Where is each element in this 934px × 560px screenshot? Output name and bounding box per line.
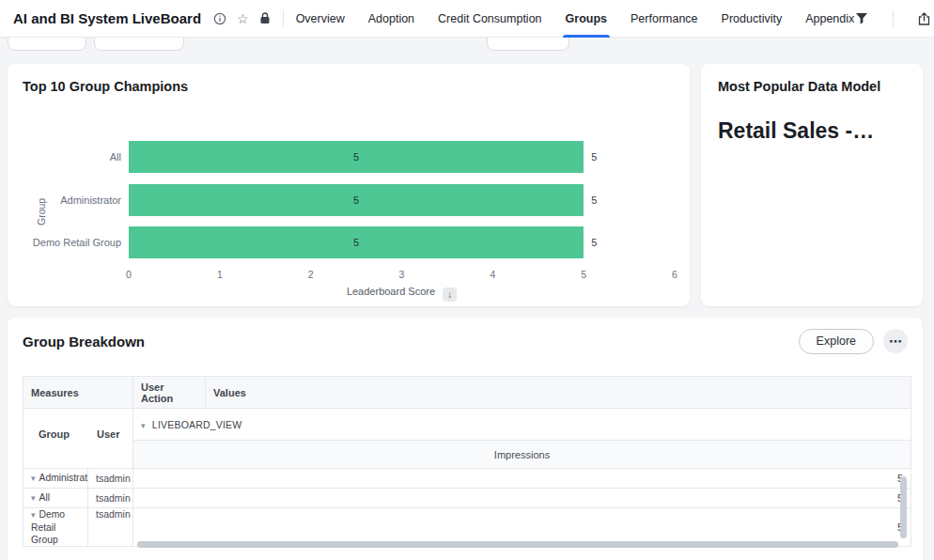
tab-overview[interactable]: Overview	[296, 0, 345, 38]
header-actions: ⋯	[854, 7, 934, 31]
group-column-header: Group	[39, 428, 97, 440]
user-column-header: User	[97, 428, 119, 440]
category-label: Administrator	[8, 184, 121, 216]
bar-end-value: 5	[591, 141, 597, 173]
tab-credit-consumption[interactable]: Credit Consumption	[438, 0, 541, 38]
data-model-name[interactable]: Retail Sales -…	[718, 118, 911, 144]
horizontal-scrollbar-thumb[interactable]	[137, 541, 898, 548]
group-cell[interactable]: ▾Administrator	[23, 469, 88, 489]
bar-row: 5 5	[129, 141, 675, 173]
lock-icon	[259, 12, 271, 24]
card-header: Group Breakdown Explore ⋯	[23, 327, 908, 355]
bar-administrator[interactable]: 5	[129, 184, 584, 216]
bar-value-label: 5	[353, 194, 359, 206]
user-cell: tsadmin	[88, 469, 133, 489]
x-tick-label: 4	[490, 269, 495, 280]
bar-row: 5 5	[129, 226, 675, 258]
collapse-caret-icon[interactable]: ▾	[31, 474, 36, 483]
category-label: All	[8, 141, 121, 173]
row-headers-cell: Group User	[23, 409, 133, 469]
share-icon[interactable]	[917, 11, 931, 26]
card-title: Group Breakdown	[23, 334, 145, 350]
collapse-caret-icon[interactable]: ▾	[141, 421, 146, 430]
measures-header: Measures	[23, 377, 133, 409]
tab-performance[interactable]: Performance	[630, 0, 698, 38]
x-tick-label: 2	[308, 269, 314, 280]
user-action-group-cell[interactable]: ▾ LIVEBOARD_VIEW	[133, 409, 911, 441]
bar-demo-retail-group[interactable]: 5	[129, 226, 584, 258]
value-cell: 5	[133, 469, 911, 489]
tab-groups[interactable]: Groups	[566, 0, 607, 38]
values-header: Values	[206, 377, 911, 409]
group-cell[interactable]: ▾All	[23, 489, 88, 508]
header-divider	[893, 10, 894, 27]
filter-icon[interactable]	[854, 11, 869, 25]
user-action-value: LIVEBOARD_VIEW	[152, 419, 242, 430]
title-actions: ☆	[213, 12, 271, 25]
group-breakdown-card: Group Breakdown Explore ⋯ Measures User …	[8, 318, 923, 560]
tab-productivity[interactable]: Productivity	[722, 0, 783, 38]
collapse-caret-icon[interactable]: ▾	[31, 510, 36, 520]
bar-end-value: 5	[591, 184, 597, 216]
pivot-action-row: Group User ▾ LIVEBOARD_VIEW	[23, 409, 911, 441]
user-cell: tsadmin	[88, 489, 133, 508]
category-label: Demo Retail Group	[8, 226, 121, 258]
card-title: Top 10 Group Champions	[23, 79, 188, 94]
x-axis: 0 1 2 3 4 5 6	[129, 269, 675, 282]
impressions-header: Impressions	[133, 441, 911, 469]
x-tick-label: 1	[217, 269, 223, 280]
header-divider	[283, 10, 284, 27]
group-cell[interactable]: ▾Demo Retail Group	[23, 508, 88, 547]
group-breakdown-pivot-table: Measures User Action Values Group User ▾…	[23, 376, 911, 547]
group-name: Administrator	[39, 473, 88, 483]
x-tick-label: 0	[126, 269, 132, 280]
app-header: AI and BI System LiveBoard ☆ Overview Ad…	[0, 0, 934, 38]
liveboard-title: AI and BI System LiveBoard	[13, 10, 201, 26]
card-title: Most Popular Data Model	[718, 79, 880, 94]
explore-button[interactable]: Explore	[799, 329, 874, 354]
liveboard-tab-bar: Overview Adoption Credit Consumption Gro…	[296, 0, 855, 38]
tab-appendix[interactable]: Appendix	[805, 0, 854, 38]
user-action-header: User Action	[133, 377, 206, 409]
bar-all[interactable]: 5	[129, 141, 584, 173]
card-more-button[interactable]: ⋯	[883, 329, 908, 353]
group-name: Demo Retail Group	[31, 509, 65, 545]
tab-adoption[interactable]: Adoption	[368, 0, 414, 38]
x-tick-label: 3	[399, 269, 405, 280]
bar-end-value: 5	[591, 226, 597, 258]
bar-value-label: 5	[353, 237, 359, 248]
most-popular-data-model-card: Most Popular Data Model Retail Sales -…	[701, 64, 923, 306]
bar-value-label: 5	[353, 151, 359, 163]
table-row: ▾All tsadmin 5	[23, 489, 911, 508]
favorite-star-icon[interactable]: ☆	[237, 12, 249, 25]
bar-row: 5 5	[129, 184, 675, 216]
x-tick-label: 6	[672, 269, 677, 280]
x-tick-label: 5	[581, 269, 586, 280]
info-icon[interactable]	[213, 12, 226, 25]
collapse-caret-icon[interactable]: ▾	[31, 493, 36, 503]
top-group-champions-card: Top 10 Group Champions Group All Adminis…	[8, 64, 690, 306]
group-name: All	[39, 492, 50, 503]
table-row: ▾Administrator tsadmin 5	[23, 469, 911, 489]
x-axis-title: Leaderboard Score ↓	[129, 286, 675, 302]
sort-descending-icon[interactable]: ↓	[443, 288, 457, 302]
vertical-scrollbar-thumb[interactable]	[900, 476, 907, 538]
pivot-header-row: Measures User Action Values	[23, 377, 911, 409]
pivot-measure-row: Impressions	[23, 441, 911, 469]
x-axis-title-text: Leaderboard Score	[347, 286, 435, 297]
user-cell: tsadmin	[88, 508, 133, 547]
value-cell: 5	[133, 489, 911, 508]
